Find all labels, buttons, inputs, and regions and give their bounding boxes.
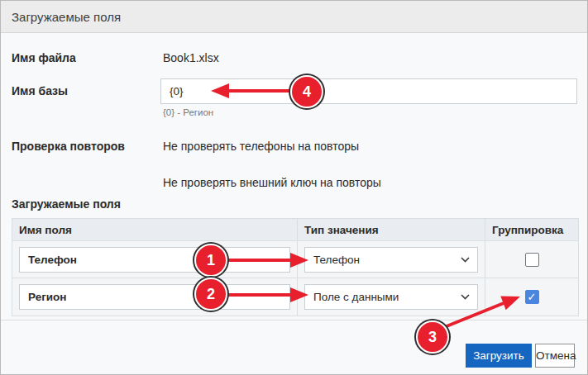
table-header-row: Имя поля Тип значения Группировка	[12, 219, 578, 241]
base-name-label: Имя базы	[12, 84, 68, 97]
value-type-cell: Поле с данными	[298, 278, 485, 316]
grouping-cell: ✓	[485, 278, 578, 316]
base-name-hint: {0} - Регион	[163, 107, 213, 117]
grouping-checkbox-phone[interactable]	[525, 253, 539, 267]
base-name-input[interactable]	[160, 78, 577, 104]
file-name-label: Имя файла	[12, 51, 76, 64]
table-row: Телефон	[12, 241, 578, 278]
column-header-field-name: Имя поля	[12, 219, 298, 240]
field-name-input-phone[interactable]	[19, 247, 290, 273]
upload-fields-dialog: Загружаемые поля Имя файла Book1.xlsx Им…	[0, 0, 588, 375]
duplicates-phones-text: Не проверять телефоны на повторы	[163, 140, 359, 153]
dialog-title: Загружаемые поля	[12, 10, 121, 24]
duplicates-foreign-key-text: Не проверять внешний ключ на повторы	[163, 176, 381, 189]
chevron-down-icon	[461, 294, 470, 300]
table-row: Поле с данными ✓	[12, 278, 578, 316]
column-header-grouping: Группировка	[485, 219, 578, 240]
chevron-down-icon	[461, 257, 470, 263]
value-type-selected-option: Телефон	[313, 254, 360, 266]
value-type-select-region[interactable]: Поле с данными	[304, 284, 478, 310]
annotation-badge-3: 3	[416, 320, 449, 354]
footer-divider	[1, 320, 587, 320]
upload-button[interactable]: Загрузить	[466, 344, 532, 368]
fields-table: Имя поля Тип значения Группировка Телефо…	[12, 218, 579, 316]
value-type-selected-option: Поле с данными	[313, 291, 399, 303]
column-header-value-type: Тип значения	[298, 219, 485, 240]
dialog-header: Загружаемые поля	[1, 1, 587, 33]
field-name-input-region[interactable]	[19, 284, 290, 310]
field-name-cell	[12, 241, 298, 278]
duplicates-label: Проверка повторов	[12, 140, 125, 153]
value-type-cell: Телефон	[298, 241, 485, 278]
value-type-select-phone[interactable]: Телефон	[304, 247, 478, 273]
grouping-cell	[485, 241, 578, 278]
cancel-button[interactable]: Отмена	[535, 344, 575, 368]
grouping-checkbox-region[interactable]: ✓	[525, 290, 539, 304]
file-name-value: Book1.xlsx	[163, 51, 219, 64]
field-name-cell	[12, 278, 298, 316]
loaded-fields-section-label: Загружаемые поля	[12, 197, 121, 211]
